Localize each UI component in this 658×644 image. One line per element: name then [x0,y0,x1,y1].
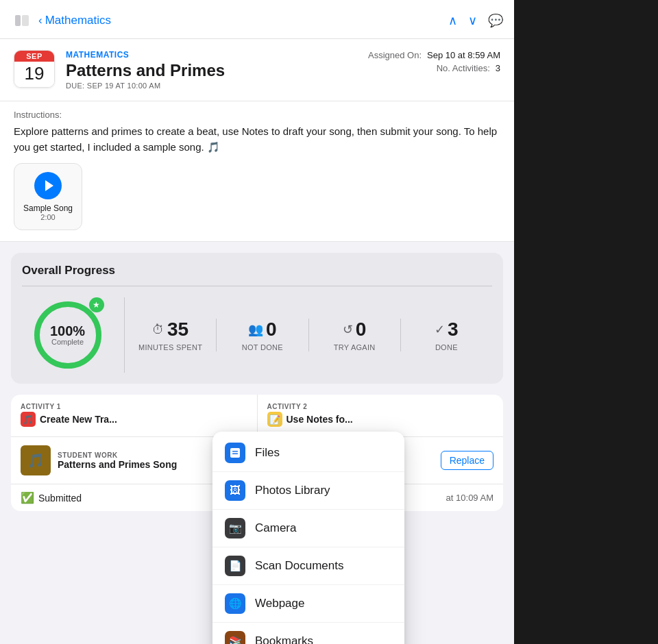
stat-label-3: DONE [435,343,458,351]
header: ‹ Mathematics ∧ ∨ 💬 [0,0,514,39]
stat-icon-num-1: 👥 0 [248,319,277,340]
play-button[interactable] [34,172,62,199]
activity-1-label: ACTIVITY 1 [21,403,247,410]
activities-label: No. Activities: [437,63,490,73]
up-icon[interactable]: ∧ [448,13,457,28]
retry-icon: ↺ [343,322,353,337]
svg-rect-6 [232,454,238,455]
circle-complete-label: Complete [50,338,85,346]
back-button[interactable]: ‹ Mathematics [38,14,111,27]
check-icon: ✓ [435,322,445,337]
stat-icon-num-3: ✓ 3 [435,319,459,340]
instructions-section: Instructions: Explore patterns and prime… [0,101,514,242]
stat-icon-num-0: ⏱ 35 [152,319,188,340]
svg-rect-5 [232,451,238,452]
star-badge: ★ [89,297,104,312]
stat-try-again: ↺ 0 TRY AGAIN [309,319,401,351]
stat-number-3: 3 [448,319,459,340]
assigned-on-value: Sep 10 at 8:59 AM [427,50,500,60]
stat-label-0: MINUTES SPENT [138,343,202,351]
activity-2-icon: 📝 [267,412,282,427]
sidebar-toggle[interactable] [11,10,33,32]
assignment-meta: Assigned On: Sep 10 at 8:59 AM No. Activ… [368,50,500,76]
assignment-info: SEP 19 MATHEMATICS Patterns and Primes D… [0,39,514,101]
play-icon [45,180,53,191]
activity-1-name: Create New Tra... [40,414,117,425]
calendar-day: 19 [14,62,54,87]
menu-item-camera[interactable]: 📷 Camera [212,510,404,547]
webpage-icon: 🌐 [225,593,245,614]
comment-icon[interactable]: 💬 [488,13,503,28]
files-icon [225,443,245,463]
assignment-title: Patterns and Primes [66,61,357,80]
activity-card-2[interactable]: ACTIVITY 2 📝 Use Notes fo... [258,395,504,436]
replace-button[interactable]: Replace [441,451,494,470]
svg-rect-4 [230,448,240,458]
bookmarks-icon: 📚 [225,631,245,644]
activity-1-icon-row: 🎵 Create New Tra... [21,412,247,427]
photos-icon: 🖼 [225,480,245,501]
sample-song-duration: 2:00 [40,213,55,221]
submitted-time: at 10:09 AM [446,493,494,503]
scan-label: Scan Documents [255,559,343,573]
files-label: Files [255,446,280,460]
circle-percent: 100% [50,324,85,338]
scan-icon: 📄 [225,556,245,576]
activities-count: 3 [496,63,500,73]
stat-number-1: 0 [266,319,277,340]
calendar-month: SEP [14,51,54,62]
progress-circle-wrapper: 100% Complete ★ [22,297,125,373]
stat-number-0: 35 [167,319,188,340]
stat-done: ✓ 3 DONE [401,319,492,351]
subject-label: MATHEMATICS [66,50,357,60]
activity-2-label: ACTIVITY 2 [267,403,494,410]
menu-item-photos[interactable]: 🖼 Photos Library [212,472,404,510]
camera-icon: 📷 [225,518,245,538]
assigned-on-label: Assigned On: [368,50,422,60]
activity-2-icon-row: 📝 Use Notes fo... [267,412,494,427]
menu-item-files[interactable]: Files [212,434,404,472]
header-actions: ∧ ∨ 💬 [448,13,503,28]
down-icon[interactable]: ∨ [468,13,477,28]
progress-section: Overall Progress 100% Complete ★ [11,253,503,384]
camera-label: Camera [255,521,296,535]
webpage-label: Webpage [255,597,304,610]
stat-number-2: 0 [356,319,367,340]
progress-title: Overall Progress [22,264,492,277]
photos-label: Photos Library [255,484,330,497]
work-thumbnail: 🎵 [21,445,51,475]
svg-rect-1 [22,15,29,26]
stat-not-done: 👥 0 NOT DONE [217,319,308,351]
activity-2-name: Use Notes fo... [287,414,353,425]
assignment-details: MATHEMATICS Patterns and Primes DUE: SEP… [66,50,357,90]
activities-row: ACTIVITY 1 🎵 Create New Tra... ACTIVITY … [11,395,503,437]
progress-divider [22,286,492,286]
check-circle-icon: ✅ [21,491,34,504]
activity-card-1[interactable]: ACTIVITY 1 🎵 Create New Tra... [11,395,258,436]
menu-item-webpage[interactable]: 🌐 Webpage [212,585,404,623]
stat-label-2: TRY AGAIN [334,343,376,351]
instructions-text: Explore patterns and primes to create a … [14,124,500,155]
activity-1-icon: 🎵 [21,412,36,427]
sample-song-card[interactable]: Sample Song 2:00 [14,163,82,230]
progress-stats: 100% Complete ★ ⏱ 35 MINUTES SPENT [22,297,492,373]
menu-item-scan[interactable]: 📄 Scan Documents [212,547,404,585]
stat-minutes-spent: ⏱ 35 MINUTES SPENT [125,319,217,351]
back-label: Mathematics [45,14,111,27]
progress-circle: 100% Complete ★ [30,297,106,373]
chevron-left-icon: ‹ [38,14,42,27]
stat-icon-num-2: ↺ 0 [343,319,367,340]
instructions-label: Instructions: [14,110,500,120]
group-icon: 👥 [248,322,263,337]
stat-label-1: NOT DONE [242,343,283,351]
circle-text: 100% Complete [50,324,85,346]
sample-song-title: Sample Song [23,203,73,213]
due-date: DUE: SEP 19 AT 10:00 AM [66,82,357,90]
calendar-icon: SEP 19 [14,50,55,88]
menu-item-bookmarks[interactable]: 📚 Bookmarks [212,623,404,644]
bookmarks-label: Bookmarks [255,634,313,644]
svg-rect-0 [15,15,21,26]
clock-icon: ⏱ [152,323,164,337]
dropdown-menu: Files 🖼 Photos Library 📷 Camera 📄 Scan D… [212,432,404,644]
